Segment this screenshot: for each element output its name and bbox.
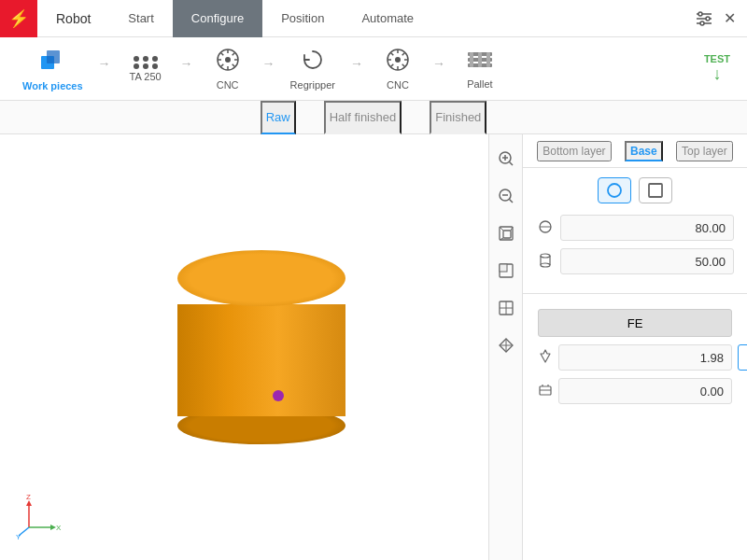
top-nav: ⚡ Robot Start Configure Position Automat… bbox=[0, 0, 747, 37]
tab-position[interactable]: Position bbox=[262, 0, 343, 37]
viewport[interactable]: Z X Y bbox=[0, 134, 523, 560]
svg-text:Y: Y bbox=[16, 533, 21, 541]
axis-svg: Z X Y bbox=[15, 495, 62, 541]
svg-text:Z: Z bbox=[26, 495, 31, 501]
shape-selector bbox=[523, 168, 747, 209]
svg-line-32 bbox=[509, 200, 513, 203]
arrow-5: → bbox=[430, 56, 447, 71]
svg-rect-34 bbox=[503, 231, 511, 238]
wf-label-workpieces: Work pieces bbox=[22, 80, 83, 91]
cylinder-top bbox=[177, 250, 345, 306]
close-icon: ✕ bbox=[724, 9, 736, 27]
height-input[interactable] bbox=[560, 248, 734, 274]
view-3d-2-button[interactable] bbox=[493, 258, 519, 284]
layer-tab-base[interactable]: Base bbox=[625, 141, 663, 161]
main-content: Z X Y bbox=[0, 134, 747, 560]
robot-label: Robot bbox=[37, 11, 109, 26]
height-row bbox=[538, 248, 732, 274]
svg-point-52 bbox=[541, 254, 550, 258]
panel-divider bbox=[523, 293, 747, 294]
view-3d-3-button[interactable] bbox=[493, 295, 519, 321]
weight-input[interactable] bbox=[558, 344, 732, 371]
layer-tab-top[interactable]: Top layer bbox=[676, 141, 733, 161]
tab-automate[interactable]: Automate bbox=[343, 0, 432, 37]
svg-point-4 bbox=[706, 17, 710, 21]
wf-step-workpieces[interactable]: Work pieces bbox=[9, 47, 96, 91]
arrow-1: → bbox=[96, 56, 113, 71]
height-icon bbox=[538, 253, 553, 271]
fe-button[interactable]: FE bbox=[538, 309, 732, 337]
diameter-icon bbox=[538, 219, 553, 237]
sub-tab-half-finished[interactable]: Half finished bbox=[324, 101, 402, 134]
test-button[interactable]: TEST ↓ bbox=[697, 49, 738, 88]
arrow-4: → bbox=[348, 56, 365, 71]
zoom-in-button[interactable] bbox=[493, 146, 519, 172]
workpieces-icon bbox=[39, 47, 65, 78]
logo-icon: ⚡ bbox=[8, 8, 29, 29]
wf-step-cnc2[interactable]: CNC bbox=[365, 48, 430, 91]
logo-button[interactable]: ⚡ bbox=[0, 0, 37, 37]
ta250-icon bbox=[134, 56, 158, 69]
second-value-row bbox=[538, 378, 732, 404]
svg-text:X: X bbox=[56, 524, 62, 532]
layer-tabs: Bottom layer Base Top layer bbox=[523, 134, 747, 168]
svg-rect-39 bbox=[500, 264, 507, 272]
svg-rect-17 bbox=[486, 52, 490, 67]
filter-icon-button[interactable] bbox=[696, 11, 712, 26]
sub-tabs-bar: Raw Half finished Finished bbox=[0, 101, 747, 134]
svg-point-5 bbox=[700, 21, 704, 25]
calculate-button[interactable]: Calculate bbox=[738, 344, 747, 371]
svg-rect-16 bbox=[478, 52, 482, 67]
second-value-input[interactable] bbox=[558, 378, 732, 404]
weight-row: Calculate bbox=[538, 344, 732, 371]
properties-section bbox=[523, 209, 747, 287]
wf-step-regripper[interactable]: Regripper bbox=[277, 48, 348, 91]
wf-step-cnc1[interactable]: CNC bbox=[195, 48, 261, 91]
workflow-bar: Work pieces → TA 250 → CNC → bbox=[0, 37, 747, 101]
zoom-out-button[interactable] bbox=[493, 183, 519, 209]
view-3d-4-button[interactable] bbox=[493, 332, 519, 358]
cnc2-icon bbox=[386, 48, 410, 77]
second-icon bbox=[538, 383, 553, 400]
cylinder-3d bbox=[159, 245, 364, 450]
test-download-icon: ↓ bbox=[712, 64, 721, 84]
shape-circle-button[interactable] bbox=[598, 177, 631, 203]
shape-rect-button[interactable] bbox=[639, 177, 672, 203]
wf-step-pallet[interactable]: Pallet bbox=[447, 49, 513, 90]
wf-label-pallet: Pallet bbox=[467, 78, 493, 90]
close-icon-button[interactable]: ✕ bbox=[724, 9, 736, 27]
layer-tab-bottom[interactable]: Bottom layer bbox=[537, 141, 611, 161]
svg-line-29 bbox=[509, 162, 513, 166]
axis-indicator: Z X Y bbox=[15, 495, 62, 545]
arrow-2: → bbox=[178, 56, 195, 71]
pallet-icon bbox=[466, 49, 494, 77]
svg-point-3 bbox=[698, 12, 702, 16]
view-3d-1-button[interactable] bbox=[493, 220, 519, 246]
weight-icon bbox=[538, 349, 553, 367]
svg-point-11 bbox=[395, 57, 401, 63]
wf-label-cnc2: CNC bbox=[387, 79, 409, 91]
cylinder-shape bbox=[177, 250, 345, 444]
reference-point bbox=[273, 390, 284, 401]
nav-tabs: Start Configure Position Automate bbox=[109, 0, 684, 37]
svg-point-9 bbox=[225, 57, 231, 63]
regripper-icon bbox=[301, 48, 325, 77]
cnc1-icon bbox=[216, 48, 240, 77]
test-label: TEST bbox=[704, 53, 730, 64]
diameter-row bbox=[538, 215, 732, 241]
wf-step-ta250[interactable]: TA 250 bbox=[113, 56, 178, 82]
nav-right: ✕ bbox=[684, 9, 747, 27]
sub-tab-raw[interactable]: Raw bbox=[261, 101, 296, 134]
svg-rect-46 bbox=[649, 184, 662, 197]
tab-start[interactable]: Start bbox=[109, 0, 172, 37]
svg-point-49 bbox=[541, 263, 550, 267]
tab-configure[interactable]: Configure bbox=[173, 0, 262, 37]
wf-label-ta250: TA 250 bbox=[130, 71, 162, 82]
bottom-section: FE Calculate bbox=[523, 300, 747, 421]
cylinder-body bbox=[177, 304, 345, 416]
right-panel: Bottom layer Base Top layer bbox=[523, 134, 747, 560]
wf-label-regripper: Regripper bbox=[290, 79, 335, 91]
sub-tab-finished[interactable]: Finished bbox=[430, 101, 486, 134]
diameter-input[interactable] bbox=[560, 215, 734, 241]
svg-rect-15 bbox=[470, 52, 473, 67]
